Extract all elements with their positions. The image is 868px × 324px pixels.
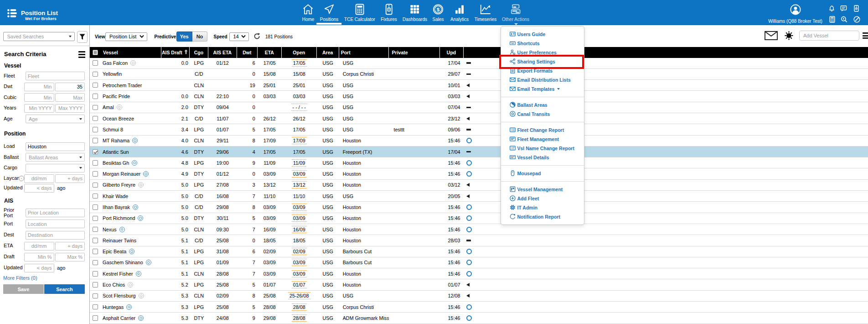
menu-item-email-distribution-lists[interactable]: Email Distribution Lists — [501, 75, 584, 84]
table-row[interactable]: Gas Falcon0.0LPG01/12617/0517/05USGUSG17… — [90, 58, 868, 69]
row-checkbox[interactable] — [93, 127, 98, 132]
user-menu[interactable]: Williams (Q88 Broker Test) — [769, 0, 822, 25]
dwt-input[interactable] — [55, 83, 85, 91]
calculator-icon[interactable] — [829, 16, 836, 25]
email-button[interactable] — [765, 31, 778, 42]
table-menu-button[interactable] — [863, 32, 868, 39]
updated-input[interactable] — [24, 184, 54, 193]
select-all-checkbox[interactable] — [93, 50, 98, 55]
years-input[interactable] — [55, 104, 85, 113]
table-row[interactable]: Asphalt Carrier5.3DTY24/08929/0828/08USG… — [90, 313, 868, 324]
save-button[interactable]: Save — [3, 284, 44, 294]
table-row[interactable]: Reinauer Twins5.1C/D25/08018/0518/05USGH… — [90, 235, 868, 246]
brightness-button[interactable] — [785, 31, 793, 42]
row-checkbox[interactable] — [93, 60, 98, 66]
row-checkbox[interactable] — [93, 83, 98, 88]
vessel-name[interactable]: Gilberto Freyre — [103, 182, 135, 188]
menu-item-fleet-management[interactable]: Fleet Management — [501, 135, 584, 144]
row-checkbox[interactable] — [93, 171, 98, 177]
predictive-no-button[interactable]: No — [192, 31, 207, 42]
row-checkbox[interactable] — [93, 204, 98, 210]
predictive-yes-button[interactable]: Yes — [176, 31, 193, 42]
vessel-name[interactable]: Gaschem Shinano — [103, 260, 143, 265]
vessel-name[interactable]: Ocean Breeze — [103, 116, 134, 121]
menu-item-vessel-management[interactable]: Vessel Management — [501, 185, 584, 194]
laycan-input[interactable] — [55, 174, 85, 183]
vessel-name[interactable]: Atlantic Sun — [103, 149, 129, 155]
nav-item-analytics[interactable]: Analytics — [450, 0, 469, 25]
nav-item-home[interactable]: Home — [302, 0, 315, 25]
cubic-input[interactable] — [55, 93, 85, 102]
bell-icon[interactable] — [828, 5, 835, 14]
search-icon[interactable] — [841, 16, 847, 25]
cargo-select[interactable] — [26, 164, 85, 172]
table-row[interactable]: Amal2.0DTY09/040- - / - -USGUSG07/04 — [90, 102, 868, 113]
row-checkbox[interactable] — [93, 249, 98, 254]
table-row[interactable]: Atlantic Sun4.6DTY29/06417/0517/05USGFre… — [90, 146, 868, 157]
column-header-open[interactable]: Open — [282, 47, 317, 58]
vessel-name[interactable]: Kestrel Fisher — [103, 271, 133, 277]
row-checkbox[interactable] — [93, 216, 98, 221]
eta-input[interactable] — [55, 242, 85, 251]
vessel-name[interactable]: Schmui 8 — [103, 127, 123, 132]
vessel-name[interactable]: Besiktas Gh — [103, 160, 129, 166]
row-checkbox[interactable] — [93, 271, 98, 277]
years-input[interactable] — [24, 104, 54, 113]
table-row[interactable]: Ocean Breeze2.1C/D11/07026/1226/12USGUSG… — [90, 113, 868, 124]
table-row[interactable]: Kestrel Fisher5.1CLN28/08703/0903/09USGH… — [90, 268, 868, 279]
row-checkbox[interactable] — [93, 293, 98, 299]
vessel-name[interactable]: MT Rahama — [103, 138, 129, 143]
row-checkbox[interactable] — [93, 183, 98, 188]
vessel-name[interactable]: Nexus — [103, 227, 117, 232]
laycan-input[interactable] — [24, 174, 54, 183]
add-vessel-input[interactable] — [799, 31, 859, 41]
vessel-name[interactable]: Asphalt Carrier — [103, 315, 135, 321]
menu-item-canal-transits[interactable]: Canal Transits — [501, 110, 584, 119]
row-checkbox[interactable] — [93, 105, 98, 110]
dest-input[interactable] — [26, 231, 85, 240]
row-checkbox[interactable] — [93, 282, 98, 287]
nav-item-timeseries[interactable]: Timeseries — [475, 0, 497, 25]
dwt-input[interactable] — [24, 83, 54, 91]
menu-item-fleet-change-report[interactable]: Fleet Change Report — [501, 125, 584, 135]
menu-item-mousepad[interactable]: Mousepad — [501, 169, 584, 178]
row-checkbox[interactable] — [93, 304, 98, 310]
vessel-name[interactable]: Gas Falcon — [103, 60, 128, 66]
row-checkbox[interactable] — [93, 149, 98, 155]
nav-item-other-actions[interactable]: Other Actions — [502, 0, 529, 25]
menu-item-vessel-details[interactable]: Vessel Details — [501, 153, 584, 162]
menu-item-user-preferences[interactable]: User Preferences — [501, 48, 584, 57]
row-checkbox[interactable] — [93, 193, 98, 199]
vessel-name[interactable]: Pacific Pride — [103, 94, 130, 99]
column-header-private[interactable]: Private — [389, 47, 440, 58]
table-row[interactable]: Gilberto Freyre5.0LPG27/08313/1213/12USG… — [90, 180, 868, 191]
port-input[interactable] — [26, 219, 85, 228]
vessel-name[interactable]: Yellowfin — [103, 71, 122, 77]
table-row[interactable]: Scot Flensburg5.3CLN02/09825/0825-26/08U… — [90, 291, 868, 302]
column-header-port[interactable]: Port — [339, 47, 389, 58]
row-checkbox[interactable] — [93, 116, 98, 121]
app-logo[interactable]: Position List Wet For Brokers — [0, 0, 100, 25]
vessel-name[interactable]: Scot Flensburg — [103, 293, 136, 298]
vessel-name[interactable]: Morgan Reinauer — [103, 171, 140, 177]
cubic-input[interactable] — [24, 93, 54, 102]
filter-button[interactable] — [77, 31, 88, 43]
column-header-ais-draft[interactable]: AIS Draft — [161, 47, 190, 58]
table-row[interactable]: Huntegas5.3LPG25/08528/0828/08USGCorpus … — [90, 302, 868, 313]
table-row[interactable]: YellowfinC/D015/0815/08USGCorpus Christi… — [90, 69, 868, 80]
table-row[interactable]: Epic Beata5.1LPG31/08602/0902/09USGBarbo… — [90, 246, 868, 257]
column-header-eta[interactable]: ETA — [258, 47, 282, 58]
vessel-name[interactable]: Eco Chios — [103, 282, 125, 287]
table-row[interactable]: Ilhan Bayrak5.0C/D29/08803/0903/09USGHou… — [90, 202, 868, 213]
nav-item-tce-calculator[interactable]: TCE Calculator — [344, 0, 375, 25]
table-row[interactable]: Nexus5.0CLN09:30716/0916/09USGHouston15:… — [90, 224, 868, 235]
vessel-name[interactable]: Petrochem Trader — [103, 83, 142, 88]
view-select[interactable]: Position List — [105, 32, 147, 41]
refresh-button[interactable] — [253, 33, 260, 42]
table-row[interactable]: Schmui 83.4LPG01/07517/0517/05USGUSGtest… — [90, 124, 868, 135]
table-row[interactable]: Pacific Pride0.0CLN22:10003/0303/03USGUS… — [90, 91, 868, 102]
menu-item-export-formats[interactable]: Export Formats — [501, 66, 584, 75]
vessel-name[interactable]: Epic Beata — [103, 249, 126, 254]
nav-item-sales[interactable]: $Sales — [432, 0, 444, 25]
table-row[interactable]: Morgan Reinauer4.9DTY01/12003/0903/09USG… — [90, 168, 868, 179]
